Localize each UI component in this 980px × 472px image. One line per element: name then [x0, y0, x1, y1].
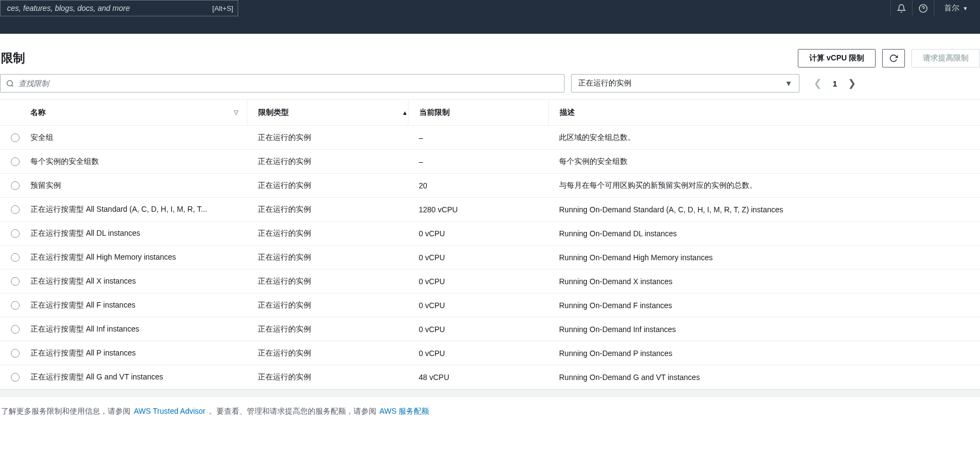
row-radio[interactable]	[11, 349, 20, 358]
table-row[interactable]: 正在运行按需型 All Inf instances正在运行的实例0 vCPURu…	[0, 317, 980, 341]
row-radio-cell	[0, 205, 30, 214]
cell-limit: 0 vCPU	[408, 325, 548, 334]
cell-limit: 0 vCPU	[408, 301, 548, 310]
sort-icon: ▽	[234, 109, 238, 116]
table-row[interactable]: 每个实例的安全组数正在运行的实例–每个实例的安全组数	[0, 150, 980, 174]
cell-desc: Running On-Demand Standard (A, C, D, H, …	[548, 205, 980, 214]
pagination: ❮ 1 ❯	[810, 75, 859, 91]
row-radio-cell	[0, 133, 30, 142]
table-row[interactable]: 正在运行按需型 All High Memory instances正在运行的实例…	[0, 246, 980, 269]
refresh-button[interactable]	[882, 49, 905, 68]
cell-desc: Running On-Demand Inf instances	[548, 325, 980, 334]
col-header-name[interactable]: 名称 ▽	[30, 100, 247, 125]
row-radio[interactable]	[11, 157, 20, 166]
row-radio[interactable]	[11, 181, 20, 190]
help-icon[interactable]	[912, 0, 934, 16]
cell-desc: Running On-Demand DL instances	[548, 229, 980, 238]
chevron-down-icon: ▼	[963, 5, 968, 11]
cell-type: 正在运行的实例	[247, 157, 408, 167]
global-search-hotkey: [Alt+S]	[212, 4, 233, 13]
row-radio-cell	[0, 349, 30, 358]
horizontal-scrollbar[interactable]	[0, 389, 980, 397]
trusted-advisor-link[interactable]: AWS Trusted Advisor	[134, 407, 206, 416]
cell-name: 每个实例的安全组数	[30, 157, 247, 167]
svg-point-2	[7, 80, 13, 85]
table-row[interactable]: 正在运行按需型 All P instances正在运行的实例0 vCPURunn…	[0, 341, 980, 365]
col-header-desc[interactable]: 描述	[548, 100, 980, 125]
page-content: 限制 计算 vCPU 限制 请求提高限制 正在运行的实例 ▼ ❮ 1 ❯	[0, 34, 980, 421]
cell-name: 正在运行按需型 All P instances	[30, 348, 247, 358]
table-row[interactable]: 预留实例正在运行的实例20与每月在每个可用区购买的新预留实例对应的实例的总数。	[0, 174, 980, 198]
cell-limit: 1280 vCPU	[408, 205, 548, 214]
calc-vcpu-button[interactable]: 计算 vCPU 限制	[798, 49, 876, 68]
row-radio[interactable]	[11, 253, 20, 262]
cell-limit: 0 vCPU	[408, 229, 548, 238]
cell-desc: 此区域的安全组总数。	[548, 133, 980, 143]
search-icon	[6, 79, 14, 88]
cell-limit: 48 vCPU	[408, 373, 548, 382]
table-row[interactable]: 正在运行按需型 All G and VT instances正在运行的实例48 …	[0, 365, 980, 389]
cell-type: 正在运行的实例	[247, 372, 408, 382]
cell-name: 正在运行按需型 All G and VT instances	[30, 372, 247, 382]
notifications-icon[interactable]	[890, 0, 912, 16]
cell-desc: Running On-Demand X instances	[548, 277, 980, 286]
dropdown-value: 正在运行的实例	[578, 78, 631, 88]
filter-search-input[interactable]	[18, 79, 559, 88]
row-radio[interactable]	[11, 301, 20, 310]
table-body: 安全组正在运行的实例–此区域的安全组总数。每个实例的安全组数正在运行的实例–每个…	[0, 126, 980, 389]
cell-name: 预留实例	[30, 181, 247, 191]
cell-limit: –	[408, 133, 548, 142]
limit-type-dropdown[interactable]: 正在运行的实例 ▼	[571, 74, 799, 93]
cell-desc: Running On-Demand G and VT instances	[548, 373, 980, 382]
row-radio-cell	[0, 253, 30, 262]
cell-desc: Running On-Demand P instances	[548, 349, 980, 358]
filter-row: 正在运行的实例 ▼ ❮ 1 ❯	[0, 74, 980, 99]
row-radio-cell	[0, 229, 30, 238]
page-next[interactable]: ❯	[845, 75, 859, 91]
row-radio-cell	[0, 373, 30, 382]
cell-limit: 0 vCPU	[408, 253, 548, 262]
cell-type: 正在运行的实例	[247, 277, 408, 286]
cell-limit: 0 vCPU	[408, 349, 548, 358]
page-prev[interactable]: ❮	[810, 75, 825, 91]
col-header-type[interactable]: 限制类型 ▲	[247, 100, 408, 125]
cell-desc: 与每月在每个可用区购买的新预留实例对应的实例的总数。	[548, 181, 980, 191]
page-number: 1	[829, 79, 840, 88]
region-label: 首尔	[944, 3, 959, 13]
sort-asc-icon: ▲	[402, 109, 408, 116]
table-row[interactable]: 正在运行按需型 All Standard (A, C, D, H, I, M, …	[0, 198, 980, 222]
table-row[interactable]: 正在运行按需型 All X instances正在运行的实例0 vCPURunn…	[0, 269, 980, 293]
row-radio[interactable]	[11, 325, 20, 334]
global-search[interactable]: ces, features, blogs, docs, and more [Al…	[0, 0, 238, 16]
cell-name: 正在运行按需型 All High Memory instances	[30, 253, 247, 262]
page-header: 限制 计算 vCPU 限制 请求提高限制	[0, 34, 980, 74]
table-row[interactable]: 安全组正在运行的实例–此区域的安全组总数。	[0, 126, 980, 150]
cell-desc: 每个实例的安全组数	[548, 157, 980, 167]
row-radio[interactable]	[11, 373, 20, 382]
footer-note: 了解更多服务限制和使用信息，请参阅 AWS Trusted Advisor 。要…	[0, 397, 980, 421]
cell-type: 正在运行的实例	[247, 324, 408, 334]
row-radio[interactable]	[11, 229, 20, 238]
row-radio-cell	[0, 277, 30, 286]
page-title: 限制	[0, 50, 25, 66]
row-radio-cell	[0, 157, 30, 166]
row-radio[interactable]	[11, 205, 20, 214]
filter-search[interactable]	[0, 74, 565, 93]
cell-name: 正在运行按需型 All F instances	[30, 301, 247, 310]
table-row[interactable]: 正在运行按需型 All F instances正在运行的实例0 vCPURunn…	[0, 293, 980, 317]
header-actions: 计算 vCPU 限制 请求提高限制	[798, 49, 980, 68]
cell-name: 正在运行按需型 All X instances	[30, 277, 247, 286]
cell-limit: –	[408, 157, 548, 166]
request-increase-button[interactable]: 请求提高限制	[911, 49, 980, 68]
cell-type: 正在运行的实例	[247, 205, 408, 214]
col-header-limit[interactable]: 当前限制	[408, 100, 548, 125]
svg-line-3	[11, 85, 13, 87]
refresh-icon	[889, 54, 898, 63]
row-radio[interactable]	[11, 133, 20, 142]
service-quotas-link[interactable]: AWS 服务配额	[380, 407, 429, 416]
cell-name: 正在运行按需型 All Standard (A, C, D, H, I, M, …	[30, 205, 247, 214]
region-selector[interactable]: 首尔 ▼	[934, 0, 976, 16]
row-radio[interactable]	[11, 277, 20, 286]
cell-type: 正在运行的实例	[247, 229, 408, 238]
table-row[interactable]: 正在运行按需型 All DL instances正在运行的实例0 vCPURun…	[0, 222, 980, 246]
